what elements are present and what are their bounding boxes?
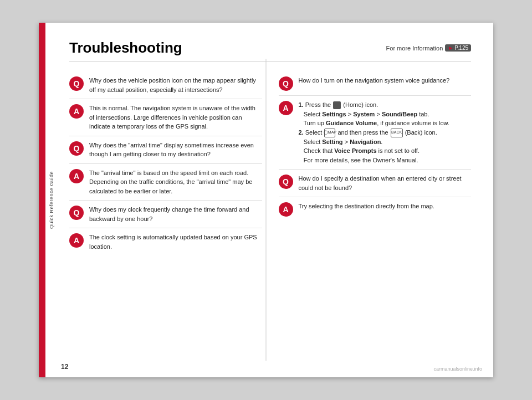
question-icon: Q bbox=[69, 76, 84, 91]
question-icon: Q bbox=[279, 76, 293, 91]
content-area: Q Why does the vehicle position icon on … bbox=[69, 71, 471, 255]
answer-icon: A bbox=[279, 101, 293, 115]
home-icon bbox=[333, 101, 341, 109]
red-sidebar-bar bbox=[39, 23, 45, 377]
right-column: Q How do I turn on the navigation system… bbox=[279, 71, 472, 255]
page: Quick Reference Guide Troubleshooting Fo… bbox=[39, 23, 493, 377]
qa-item: A The "arrival time" is based on the spe… bbox=[69, 164, 262, 201]
answer-text: The clock setting is automatically updat… bbox=[89, 233, 262, 251]
step-number: 2. bbox=[299, 129, 304, 136]
watermark: carmanualsonline.info bbox=[433, 366, 482, 372]
question-text: Why does the vehicle position icon on th… bbox=[89, 76, 262, 94]
qa-item: Q Why does my clock frequently change th… bbox=[69, 201, 262, 228]
qa-item: Q How do I specify a destination when an… bbox=[279, 170, 472, 197]
more-info: For more Information ► P.125 bbox=[386, 44, 471, 52]
page-title: Troubleshooting bbox=[69, 39, 182, 57]
column-divider bbox=[266, 59, 267, 361]
page-number: 12 bbox=[61, 363, 68, 371]
answer-text: The "arrival time" is based on the speed… bbox=[89, 168, 262, 196]
qa-item: A This is normal. The navigation system … bbox=[69, 99, 262, 136]
qa-item: Q How do I turn on the navigation system… bbox=[279, 71, 472, 96]
answer-text: This is normal. The navigation system is… bbox=[89, 104, 262, 131]
answer-icon: A bbox=[69, 233, 84, 248]
question-text: Why does the "arrival time" display some… bbox=[89, 141, 262, 159]
step-number: 1. bbox=[299, 101, 304, 108]
qa-item: A The clock setting is automatically upd… bbox=[69, 228, 262, 255]
answer-icon: A bbox=[69, 169, 84, 183]
badge-page: P.125 bbox=[454, 45, 468, 51]
question-text: Why does my clock frequently change the … bbox=[89, 205, 262, 223]
answer-text: Try selecting the destination directly f… bbox=[299, 202, 434, 217]
question-icon: Q bbox=[279, 175, 293, 189]
back-icon: BACK bbox=[391, 129, 403, 137]
question-icon: Q bbox=[69, 141, 84, 156]
answer-icon: A bbox=[69, 104, 84, 119]
page-header: Troubleshooting For more Information ► P… bbox=[69, 39, 471, 61]
side-label: Quick Reference Guide bbox=[49, 171, 54, 229]
qa-item: A Try selecting the destination directly… bbox=[279, 197, 472, 221]
badge-arrow: ► bbox=[448, 45, 453, 51]
answer-icon: A bbox=[279, 202, 293, 217]
qa-item: Q Why does the vehicle position icon on … bbox=[69, 71, 262, 99]
left-column: Q Why does the vehicle position icon on … bbox=[69, 71, 262, 255]
answer-text: 1. Press the (Home) icon. Select Setting… bbox=[299, 100, 449, 165]
question-icon: Q bbox=[69, 206, 84, 220]
map-icon: ◯MAP bbox=[324, 129, 335, 137]
question-text: How do I specify a destination when an e… bbox=[299, 174, 472, 192]
more-info-label: For more Information bbox=[386, 45, 443, 52]
qa-item: Q Why does the "arrival time" display so… bbox=[69, 136, 262, 164]
qa-item: A 1. Press the (Home) icon. Select Setti… bbox=[279, 96, 472, 170]
page-ref-badge: ► P.125 bbox=[445, 44, 471, 52]
question-text: How do I turn on the navigation system v… bbox=[299, 76, 450, 91]
